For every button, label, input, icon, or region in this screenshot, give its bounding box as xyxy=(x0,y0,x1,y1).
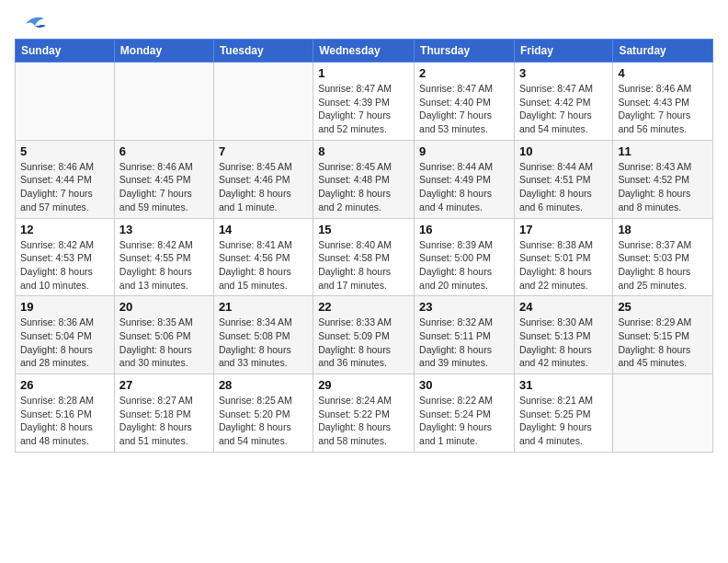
header-sunday: Sunday xyxy=(16,40,115,63)
day-number: 20 xyxy=(119,300,209,314)
calendar-cell: 9Sunrise: 8:44 AMSunset: 4:49 PMDaylight… xyxy=(415,140,515,218)
calendar-table: SundayMondayTuesdayWednesdayThursdayFrid… xyxy=(15,39,713,453)
calendar-cell: 4Sunrise: 8:46 AMSunset: 4:43 PMDaylight… xyxy=(613,63,713,141)
day-number: 30 xyxy=(419,378,509,392)
day-number: 21 xyxy=(219,300,308,314)
day-number: 6 xyxy=(119,144,209,158)
header-saturday: Saturday xyxy=(613,40,713,63)
day-info: Sunrise: 8:45 AMSunset: 4:48 PMDaylight:… xyxy=(318,160,409,214)
day-info: Sunrise: 8:42 AMSunset: 4:53 PMDaylight:… xyxy=(20,238,109,293)
day-number: 17 xyxy=(519,223,608,236)
calendar-cell: 18Sunrise: 8:37 AMSunset: 5:03 PMDayligh… xyxy=(613,218,713,296)
day-info: Sunrise: 8:45 AMSunset: 4:46 PMDaylight:… xyxy=(219,160,308,214)
calendar-cell: 23Sunrise: 8:32 AMSunset: 5:11 PMDayligh… xyxy=(415,296,515,374)
calendar-cell: 28Sunrise: 8:25 AMSunset: 5:20 PMDayligh… xyxy=(213,374,313,453)
calendar-cell: 29Sunrise: 8:24 AMSunset: 5:22 PMDayligh… xyxy=(313,374,415,453)
calendar-cell: 26Sunrise: 8:28 AMSunset: 5:16 PMDayligh… xyxy=(16,374,115,453)
day-number: 27 xyxy=(119,378,209,392)
calendar-week-row: 5Sunrise: 8:46 AMSunset: 4:44 PMDaylight… xyxy=(16,140,713,218)
day-number: 29 xyxy=(318,378,409,392)
calendar-cell: 30Sunrise: 8:22 AMSunset: 5:24 PMDayligh… xyxy=(415,374,515,453)
calendar-cell: 19Sunrise: 8:36 AMSunset: 5:04 PMDayligh… xyxy=(16,296,115,374)
day-number: 12 xyxy=(20,223,109,236)
day-info: Sunrise: 8:29 AMSunset: 5:15 PMDaylight:… xyxy=(618,316,708,370)
calendar-cell: 5Sunrise: 8:46 AMSunset: 4:44 PMDaylight… xyxy=(16,140,115,218)
calendar-cell: 10Sunrise: 8:44 AMSunset: 4:51 PMDayligh… xyxy=(514,140,612,218)
calendar-cell: 20Sunrise: 8:35 AMSunset: 5:06 PMDayligh… xyxy=(114,296,213,374)
day-number: 24 xyxy=(519,300,608,314)
day-info: Sunrise: 8:47 AMSunset: 4:42 PMDaylight:… xyxy=(519,82,608,136)
day-info: Sunrise: 8:22 AMSunset: 5:24 PMDaylight:… xyxy=(419,394,509,448)
day-number: 25 xyxy=(618,300,708,314)
day-number: 22 xyxy=(318,300,409,314)
calendar-cell: 12Sunrise: 8:42 AMSunset: 4:53 PMDayligh… xyxy=(16,218,115,296)
day-info: Sunrise: 8:21 AMSunset: 5:25 PMDaylight:… xyxy=(519,394,608,448)
day-info: Sunrise: 8:44 AMSunset: 4:49 PMDaylight:… xyxy=(419,160,509,214)
day-info: Sunrise: 8:37 AMSunset: 5:03 PMDaylight:… xyxy=(618,238,708,293)
day-number: 7 xyxy=(219,144,308,158)
day-info: Sunrise: 8:46 AMSunset: 4:44 PMDaylight:… xyxy=(20,160,109,214)
day-info: Sunrise: 8:36 AMSunset: 5:04 PMDaylight:… xyxy=(20,316,109,370)
calendar-week-row: 1Sunrise: 8:47 AMSunset: 4:39 PMDaylight… xyxy=(16,63,713,141)
day-info: Sunrise: 8:30 AMSunset: 5:13 PMDaylight:… xyxy=(519,316,608,370)
header-friday: Friday xyxy=(514,40,612,63)
day-number: 15 xyxy=(318,223,409,236)
calendar-cell xyxy=(114,63,213,141)
calendar-week-row: 19Sunrise: 8:36 AMSunset: 5:04 PMDayligh… xyxy=(16,296,713,374)
day-number: 11 xyxy=(618,144,708,158)
calendar-cell: 17Sunrise: 8:38 AMSunset: 5:01 PMDayligh… xyxy=(514,218,612,296)
calendar-cell: 6Sunrise: 8:46 AMSunset: 4:45 PMDaylight… xyxy=(114,140,213,218)
calendar-cell: 3Sunrise: 8:47 AMSunset: 4:42 PMDaylight… xyxy=(514,63,612,141)
day-info: Sunrise: 8:32 AMSunset: 5:11 PMDaylight:… xyxy=(419,316,509,370)
day-number: 2 xyxy=(419,66,509,80)
logo xyxy=(15,15,53,29)
calendar-cell: 15Sunrise: 8:40 AMSunset: 4:58 PMDayligh… xyxy=(313,218,415,296)
calendar-cell: 7Sunrise: 8:45 AMSunset: 4:46 PMDaylight… xyxy=(213,140,313,218)
header-wednesday: Wednesday xyxy=(313,40,415,63)
day-info: Sunrise: 8:43 AMSunset: 4:52 PMDaylight:… xyxy=(618,160,708,214)
day-number: 13 xyxy=(119,223,209,236)
day-info: Sunrise: 8:40 AMSunset: 4:58 PMDaylight:… xyxy=(318,238,409,293)
header-thursday: Thursday xyxy=(415,40,515,63)
day-number: 28 xyxy=(219,378,308,392)
calendar-cell: 2Sunrise: 8:47 AMSunset: 4:40 PMDaylight… xyxy=(415,63,515,141)
day-number: 8 xyxy=(318,144,409,158)
day-info: Sunrise: 8:34 AMSunset: 5:08 PMDaylight:… xyxy=(219,316,308,370)
calendar-cell: 14Sunrise: 8:41 AMSunset: 4:56 PMDayligh… xyxy=(213,218,313,296)
calendar-cell: 24Sunrise: 8:30 AMSunset: 5:13 PMDayligh… xyxy=(514,296,612,374)
day-info: Sunrise: 8:41 AMSunset: 4:56 PMDaylight:… xyxy=(219,238,308,293)
calendar-cell xyxy=(213,63,313,141)
calendar-week-row: 12Sunrise: 8:42 AMSunset: 4:53 PMDayligh… xyxy=(16,218,713,296)
day-info: Sunrise: 8:46 AMSunset: 4:43 PMDaylight:… xyxy=(618,82,708,136)
day-number: 5 xyxy=(20,144,109,158)
day-number: 31 xyxy=(519,378,608,392)
calendar-cell: 27Sunrise: 8:27 AMSunset: 5:18 PMDayligh… xyxy=(114,374,213,453)
calendar-cell: 25Sunrise: 8:29 AMSunset: 5:15 PMDayligh… xyxy=(613,296,713,374)
day-number: 26 xyxy=(20,378,109,392)
calendar-cell: 22Sunrise: 8:33 AMSunset: 5:09 PMDayligh… xyxy=(313,296,415,374)
day-info: Sunrise: 8:24 AMSunset: 5:22 PMDaylight:… xyxy=(318,394,409,448)
day-info: Sunrise: 8:46 AMSunset: 4:45 PMDaylight:… xyxy=(119,160,209,214)
day-number: 3 xyxy=(519,66,608,80)
calendar-cell: 8Sunrise: 8:45 AMSunset: 4:48 PMDaylight… xyxy=(313,140,415,218)
day-info: Sunrise: 8:38 AMSunset: 5:01 PMDaylight:… xyxy=(519,238,608,293)
day-number: 19 xyxy=(20,300,109,314)
day-info: Sunrise: 8:44 AMSunset: 4:51 PMDaylight:… xyxy=(519,160,608,214)
day-info: Sunrise: 8:47 AMSunset: 4:40 PMDaylight:… xyxy=(419,82,509,136)
day-info: Sunrise: 8:42 AMSunset: 4:55 PMDaylight:… xyxy=(119,238,209,293)
header-monday: Monday xyxy=(114,40,213,63)
calendar-cell xyxy=(16,63,115,141)
day-number: 1 xyxy=(318,66,409,80)
day-info: Sunrise: 8:25 AMSunset: 5:20 PMDaylight:… xyxy=(219,394,308,448)
day-number: 14 xyxy=(219,223,308,236)
day-info: Sunrise: 8:28 AMSunset: 5:16 PMDaylight:… xyxy=(20,394,109,448)
day-number: 18 xyxy=(618,223,708,236)
day-info: Sunrise: 8:39 AMSunset: 5:00 PMDaylight:… xyxy=(419,238,509,293)
day-number: 23 xyxy=(419,300,509,314)
calendar-cell: 13Sunrise: 8:42 AMSunset: 4:55 PMDayligh… xyxy=(114,218,213,296)
logo-bird-icon xyxy=(17,13,53,33)
calendar-week-row: 26Sunrise: 8:28 AMSunset: 5:16 PMDayligh… xyxy=(16,374,713,453)
day-number: 16 xyxy=(419,223,509,236)
page-header xyxy=(15,15,713,29)
day-info: Sunrise: 8:35 AMSunset: 5:06 PMDaylight:… xyxy=(119,316,209,370)
